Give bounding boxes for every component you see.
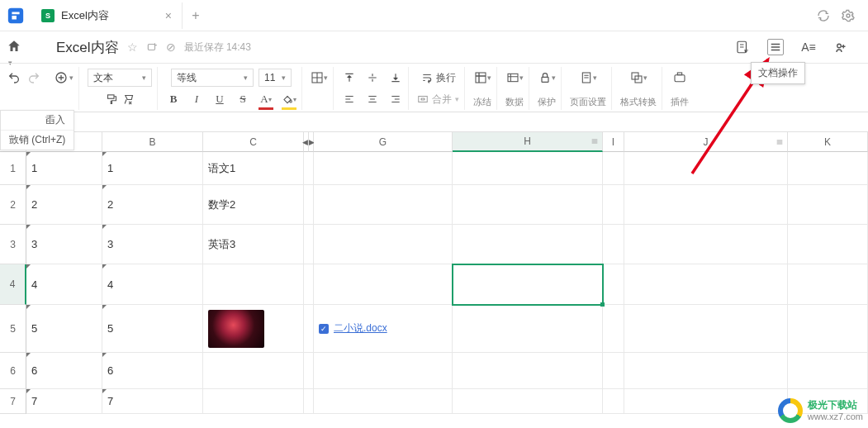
cell[interactable] xyxy=(788,185,868,225)
cell[interactable] xyxy=(624,389,788,414)
cell[interactable] xyxy=(624,264,788,305)
cell[interactable]: 3 xyxy=(26,225,102,264)
cell[interactable] xyxy=(453,225,603,264)
menu-icon[interactable] xyxy=(767,39,784,55)
cell[interactable]: 英语3 xyxy=(203,225,304,264)
document-tab[interactable]: S Excel内容 × xyxy=(31,2,183,29)
cell[interactable]: 4 xyxy=(26,264,102,305)
cell[interactable]: 6 xyxy=(26,353,102,389)
close-tab-icon[interactable]: × xyxy=(165,9,172,22)
valign-mid-button[interactable] xyxy=(365,69,380,87)
cell[interactable] xyxy=(203,305,304,353)
row-header[interactable]: 3 xyxy=(0,225,26,264)
column-header[interactable]: C xyxy=(203,132,304,152)
column-header[interactable]: H xyxy=(453,132,603,152)
column-menu-icon[interactable] xyxy=(776,138,784,146)
cell[interactable]: 6 xyxy=(102,353,203,389)
cell[interactable] xyxy=(314,389,453,414)
data-button[interactable]: ▾ xyxy=(506,69,524,87)
strike-button[interactable]: S xyxy=(235,90,250,108)
style-dropdown[interactable]: 文本▾ xyxy=(88,69,152,87)
cell[interactable] xyxy=(314,264,453,305)
wrap-button[interactable]: 换行 xyxy=(421,69,456,87)
cell[interactable] xyxy=(603,185,624,225)
cell[interactable] xyxy=(603,353,624,389)
cell[interactable]: 3 xyxy=(102,225,203,264)
valign-top-button[interactable] xyxy=(342,69,357,87)
cell[interactable]: 4 xyxy=(102,264,203,305)
cell[interactable] xyxy=(453,185,603,225)
app-logo[interactable] xyxy=(0,0,31,31)
cell[interactable]: 数学2 xyxy=(203,185,304,225)
column-header[interactable]: B xyxy=(102,132,203,152)
row-header[interactable]: 4 xyxy=(0,264,26,305)
cell[interactable] xyxy=(203,353,304,389)
freeze-button[interactable]: ▾ xyxy=(474,69,491,87)
valign-bot-button[interactable] xyxy=(388,69,403,87)
cell[interactable] xyxy=(453,152,603,185)
cell[interactable] xyxy=(203,389,304,414)
align-center-button[interactable] xyxy=(365,90,380,108)
text-format-icon[interactable]: A≡ xyxy=(800,39,817,55)
row-header[interactable]: 1 xyxy=(0,152,26,185)
cell[interactable]: ✓二小说.docx xyxy=(314,305,453,353)
plugin-button[interactable] xyxy=(672,69,687,87)
share-icon[interactable] xyxy=(833,39,850,55)
cell[interactable] xyxy=(314,353,453,389)
cell[interactable] xyxy=(603,152,624,185)
bold-button[interactable]: B xyxy=(166,90,181,108)
row-header[interactable]: 7 xyxy=(0,389,26,414)
text-color-button[interactable]: A▾ xyxy=(259,90,273,108)
underline-button[interactable]: U xyxy=(212,90,227,108)
page-setup-button[interactable]: ▾ xyxy=(580,69,597,87)
fill-color-button[interactable]: ▾ xyxy=(282,90,296,108)
row-header[interactable]: 2 xyxy=(0,185,26,225)
sync-icon[interactable] xyxy=(817,9,830,22)
cell[interactable] xyxy=(624,353,788,389)
cell[interactable] xyxy=(603,305,624,353)
cell[interactable] xyxy=(453,353,603,389)
row-header[interactable]: 5 xyxy=(0,305,26,353)
cell[interactable] xyxy=(624,152,788,185)
cell[interactable]: 5 xyxy=(26,305,102,353)
convert-button[interactable]: ▾ xyxy=(630,69,647,87)
settings-icon[interactable] xyxy=(842,9,855,22)
cell[interactable] xyxy=(453,389,603,414)
cell[interactable]: 1 xyxy=(102,152,203,185)
merge-button[interactable]: 合并▾ xyxy=(417,90,459,108)
align-right-button[interactable] xyxy=(388,90,403,108)
spreadsheet-grid[interactable]: ABC◀▶GHIJK111语文1222数学2333英语3444555✓二小说.d… xyxy=(0,132,868,414)
cell[interactable] xyxy=(203,264,304,305)
borders-button[interactable]: ▾ xyxy=(311,69,328,87)
cell[interactable] xyxy=(624,185,788,225)
column-header[interactable]: J xyxy=(624,132,788,152)
cell[interactable] xyxy=(314,185,453,225)
cell[interactable]: 2 xyxy=(26,185,102,225)
cell[interactable] xyxy=(314,152,453,185)
cell[interactable] xyxy=(453,264,603,305)
column-header[interactable]: K xyxy=(788,132,868,152)
cell[interactable] xyxy=(314,225,453,264)
cell[interactable] xyxy=(788,353,868,389)
clear-format-button[interactable] xyxy=(121,90,135,108)
protect-button[interactable]: ▾ xyxy=(538,69,556,87)
file-link[interactable]: 二小说.docx xyxy=(334,321,387,335)
cell[interactable] xyxy=(453,305,603,353)
star-icon[interactable]: ☆ xyxy=(127,40,138,54)
font-dropdown[interactable]: 等线▾ xyxy=(171,69,254,87)
cell[interactable]: 语文1 xyxy=(203,152,304,185)
redo-button[interactable] xyxy=(26,69,41,87)
cell[interactable] xyxy=(788,305,868,353)
cell[interactable] xyxy=(624,225,788,264)
cell[interactable] xyxy=(788,225,868,264)
new-tab-button[interactable]: + xyxy=(183,8,209,23)
insert-button[interactable]: ▾ xyxy=(55,69,74,87)
cell[interactable] xyxy=(624,305,788,353)
form-icon[interactable] xyxy=(734,39,751,55)
cell[interactable]: 7 xyxy=(102,389,203,414)
italic-button[interactable]: I xyxy=(189,90,204,108)
cell[interactable] xyxy=(603,225,624,264)
move-icon[interactable] xyxy=(146,41,158,53)
align-left-button[interactable] xyxy=(342,90,357,108)
format-painter-button[interactable] xyxy=(104,90,119,108)
